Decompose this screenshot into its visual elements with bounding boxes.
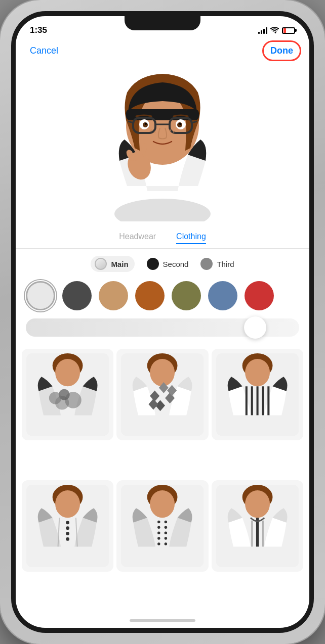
svg-point-65: [165, 542, 167, 545]
memoji-avatar: [92, 65, 233, 221]
mode-third[interactable]: Third: [200, 258, 234, 270]
clothing-item-5[interactable]: [116, 480, 208, 572]
svg-point-14: [179, 123, 181, 125]
notch: [125, 16, 200, 30]
mode-third-label: Third: [217, 260, 234, 268]
swatch-4[interactable]: [172, 281, 201, 310]
svg-point-48: [66, 526, 69, 530]
svg-point-50: [66, 537, 69, 541]
clothing-item-2[interactable]: [116, 349, 208, 440]
svg-point-49: [66, 532, 69, 535]
svg-point-59: [165, 526, 167, 529]
svg-point-47: [66, 521, 69, 524]
clothing-svg-4: [26, 485, 109, 567]
status-time: 1:35: [30, 25, 47, 35]
svg-point-0: [114, 199, 211, 221]
swatch-1[interactable]: [62, 281, 92, 310]
clothing-svg-2: [121, 353, 204, 436]
phone-frame: 1:35: [0, 0, 325, 644]
home-bar: [130, 619, 195, 622]
svg-point-26: [49, 392, 61, 404]
svg-point-17: [169, 129, 171, 131]
clothing-grid: [16, 345, 309, 613]
svg-point-16: [154, 131, 156, 133]
clothing-svg-6: [216, 485, 299, 567]
clothing-item-6[interactable]: [212, 480, 303, 572]
svg-point-58: [157, 526, 160, 529]
svg-point-29: [150, 359, 175, 386]
svg-point-64: [157, 542, 160, 545]
svg-point-56: [157, 521, 160, 523]
tab-clothing[interactable]: Clothing: [176, 230, 206, 244]
clothing-item-4[interactable]: [22, 480, 113, 572]
color-mode-bar: Main Second Third: [16, 249, 309, 277]
battery-icon: [282, 27, 295, 34]
svg-point-62: [157, 537, 160, 539]
screen: 1:35: [16, 16, 309, 628]
clothing-svg-5: [121, 485, 204, 567]
swatch-3[interactable]: [135, 281, 165, 310]
done-button[interactable]: Done: [266, 43, 297, 58]
slider-area: [16, 316, 309, 345]
swatch-2[interactable]: [99, 281, 128, 310]
svg-point-60: [157, 532, 160, 534]
tab-headwear[interactable]: Headwear: [119, 230, 156, 244]
phone-inner: 1:35: [11, 11, 314, 633]
swatch-6[interactable]: [245, 281, 274, 310]
svg-point-61: [165, 532, 167, 534]
svg-point-55: [150, 490, 175, 518]
svg-point-63: [165, 537, 167, 539]
swatch-5[interactable]: [208, 281, 237, 310]
slider-track[interactable]: [26, 318, 299, 337]
nav-bar: Cancel Done: [16, 41, 309, 62]
wifi-icon: [270, 27, 279, 34]
clothing-item-3[interactable]: [212, 349, 303, 440]
svg-point-18: [173, 131, 175, 133]
svg-point-22: [55, 359, 80, 386]
mode-main-label: Main: [111, 260, 128, 268]
svg-point-68: [245, 490, 270, 518]
svg-point-25: [65, 392, 82, 408]
home-indicator: [16, 613, 309, 628]
done-button-wrapper: Done: [266, 43, 297, 58]
swatches-row: [16, 277, 309, 316]
signal-icon: [258, 27, 267, 34]
svg-point-13: [145, 123, 147, 125]
avatar-area: [16, 62, 309, 224]
svg-point-57: [165, 521, 167, 523]
svg-point-15: [150, 129, 152, 131]
mode-third-swatch: [200, 258, 213, 270]
svg-point-38: [245, 359, 270, 386]
mode-main[interactable]: Main: [91, 256, 134, 272]
status-icons: [258, 27, 295, 34]
mode-second-label: Second: [163, 260, 189, 268]
cancel-button[interactable]: Cancel: [28, 43, 60, 58]
slider-thumb[interactable]: [244, 316, 266, 339]
mode-second[interactable]: Second: [147, 258, 189, 270]
mode-main-swatch: [95, 258, 107, 270]
clothing-item-1[interactable]: [22, 349, 113, 440]
clothing-svg-1: [26, 353, 109, 436]
clothing-svg-3: [216, 353, 299, 436]
category-tabs: Headwear Clothing: [16, 224, 309, 249]
svg-point-46: [55, 490, 80, 518]
mode-second-swatch: [147, 258, 159, 270]
swatch-0[interactable]: [26, 281, 55, 310]
